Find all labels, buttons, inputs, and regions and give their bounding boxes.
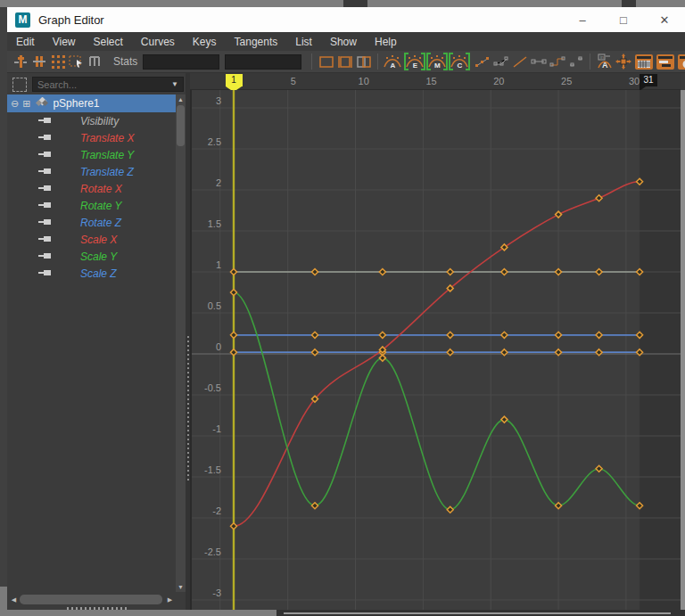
retime-tool[interactable]	[86, 53, 104, 70]
minimize-button[interactable]: –	[562, 7, 603, 32]
channel-label: Scale X	[80, 234, 117, 246]
background-window-fragment	[343, 0, 367, 7]
stats-value-input[interactable]	[225, 54, 301, 70]
keyframe-icon[interactable]	[38, 234, 53, 246]
channel-row-rotate-x[interactable]: Rotate X	[7, 180, 176, 197]
lattice-deform-keys-tool[interactable]	[48, 53, 67, 70]
tangent-auto-ease-button[interactable]: E	[405, 53, 425, 70]
keyframe-icon[interactable]	[38, 132, 53, 144]
desktop-left-strip	[0, 7, 7, 587]
channel-row-translate-x[interactable]: Translate X	[7, 129, 176, 146]
scrollbar-thumb[interactable]	[177, 105, 185, 146]
channel-label: Translate Y	[80, 149, 134, 161]
channel-row-rotate-z[interactable]: Rotate Z	[7, 214, 176, 231]
scroll-right-arrow-icon[interactable]: ▶	[165, 595, 175, 604]
insert-keys-tool[interactable]	[29, 53, 48, 70]
time-editor-button[interactable]	[677, 53, 685, 70]
search-input[interactable]	[33, 79, 171, 90]
svg-text:A: A	[602, 61, 608, 70]
menu-select[interactable]: Select	[84, 34, 131, 50]
ruler-tick-label: 10	[359, 76, 369, 86]
scrollbar-thumb[interactable]	[20, 595, 162, 604]
channel-row-rotate-y[interactable]: Rotate Y	[7, 197, 176, 214]
menu-list[interactable]: List	[286, 34, 321, 50]
scrollbar-thumb[interactable]	[284, 612, 671, 614]
svg-text:0: 0	[216, 341, 221, 352]
channel-row-visibility[interactable]: Visibility	[7, 112, 176, 129]
channel-label: Rotate Z	[80, 217, 121, 229]
scroll-up-arrow-icon[interactable]: ▲	[176, 94, 186, 104]
channel-row-translate-z[interactable]: Translate Z	[7, 163, 176, 180]
tangent-plateau-button[interactable]	[566, 53, 585, 70]
toolbar-separator	[590, 53, 590, 70]
channel-row-scale-x[interactable]: Scale X	[7, 231, 176, 248]
filter-icon[interactable]	[12, 78, 27, 92]
tangent-spline-button[interactable]	[473, 53, 491, 70]
keyframe-icon[interactable]	[38, 217, 53, 229]
menu-edit[interactable]: Edit	[7, 34, 44, 50]
graph-view[interactable]: 32.521.510.50-0.5-1-1.5-2-2.5-3	[190, 90, 681, 610]
window-titlebar[interactable]: M Graph Editor – □ ✕	[7, 7, 685, 32]
channel-row-translate-y[interactable]: Translate Y	[7, 146, 176, 163]
outliner-vertical-scrollbar[interactable]: ▲ ▼	[176, 94, 186, 592]
menu-curves[interactable]: Curves	[132, 34, 184, 50]
channel-row-scale-z[interactable]: Scale Z	[7, 265, 176, 282]
chevron-down-icon[interactable]: ▼	[171, 80, 178, 88]
tangent-flat-button[interactable]	[529, 53, 548, 70]
tangent-auto-button[interactable]: A	[383, 53, 402, 70]
toolbar: Stats AEMC inA	[7, 51, 685, 73]
graph-vertical-scrollbar[interactable]	[681, 90, 685, 610]
menu-view[interactable]: View	[44, 34, 85, 50]
time-ruler[interactable]: 1 31 51015202530	[190, 73, 681, 90]
range-end-marker[interactable]: 31	[640, 74, 657, 86]
window-title: Graph Editor	[38, 13, 104, 27]
dope-sheet-button[interactable]	[634, 53, 653, 70]
keyframe-icon[interactable]	[38, 183, 53, 195]
collapse-icon[interactable]: ⊖	[11, 98, 19, 110]
menu-show[interactable]: Show	[321, 34, 366, 50]
expand-icon[interactable]: ⊞	[22, 98, 30, 110]
keyframe-icon[interactable]	[38, 149, 53, 161]
tangent-auto-custom-button[interactable]: C	[450, 53, 469, 70]
desktop-top-strip	[0, 0, 685, 7]
move-key-component-button[interactable]	[614, 53, 632, 70]
curve-layers-button[interactable]	[656, 53, 674, 70]
absolute-view-button[interactable]	[317, 53, 335, 70]
tangent-linear-button[interactable]	[510, 53, 529, 70]
maximize-button[interactable]: □	[603, 7, 644, 32]
channel-label: Rotate Y	[80, 200, 121, 212]
channel-row-scale-y[interactable]: Scale Y	[7, 248, 176, 265]
keyframe-icon[interactable]	[38, 115, 53, 127]
tree-node-psphere1[interactable]: ⊖⊞pSphere1	[7, 94, 176, 112]
keyframe-icon[interactable]	[38, 166, 53, 178]
background-window-fragment	[622, 0, 636, 7]
svg-text:1: 1	[216, 259, 221, 270]
menu-bar: EditViewSelectCurvesKeysTangentsListShow…	[7, 32, 685, 51]
stacked-view-button[interactable]	[335, 53, 354, 70]
scroll-left-arrow-icon[interactable]: ◀	[9, 595, 19, 604]
tangent-clamped-button[interactable]	[491, 53, 510, 70]
outliner-horizontal-scrollbar[interactable]: ◀ ▶	[9, 594, 175, 605]
graph-horizontal-scrollbar[interactable]	[276, 610, 685, 616]
channel-tree: ⊖⊞pSphere1VisibilityTranslate XTranslate…	[7, 94, 176, 282]
region-select-keys-tool[interactable]	[67, 53, 86, 70]
stats-time-input[interactable]	[143, 54, 219, 70]
menu-keys[interactable]: Keys	[184, 34, 226, 50]
tangent-auto-mix-button[interactable]: M	[427, 53, 447, 70]
current-time-marker[interactable]: 1	[226, 74, 243, 86]
normalized-view-button[interactable]	[354, 53, 373, 70]
default-in-tangent-button[interactable]: inA	[595, 53, 614, 70]
close-button[interactable]: ✕	[644, 7, 685, 32]
scroll-down-arrow-icon[interactable]: ▼	[176, 582, 186, 592]
window-bottom-edge	[0, 610, 276, 616]
keyframe-icon[interactable]	[38, 200, 53, 212]
menu-help[interactable]: Help	[366, 34, 406, 50]
menu-tangents[interactable]: Tangents	[226, 34, 287, 50]
svg-text:3: 3	[216, 95, 221, 106]
tangent-step-button[interactable]	[548, 53, 566, 70]
channel-label: Translate Z	[80, 166, 134, 178]
keyframe-icon[interactable]	[38, 251, 53, 263]
keyframe-icon[interactable]	[38, 267, 53, 280]
move-nearest-picked-key-tool[interactable]	[11, 53, 29, 70]
ruler-tick-label: 25	[561, 76, 572, 86]
